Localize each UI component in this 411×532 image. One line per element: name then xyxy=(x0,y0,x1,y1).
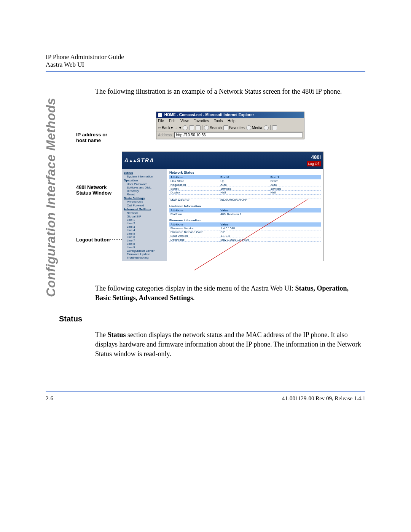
footer-rule xyxy=(46,391,365,392)
home-icon[interactable] xyxy=(196,125,201,130)
cell: Boot Version xyxy=(169,234,219,238)
cell: 10Mbps xyxy=(219,187,269,191)
net-h-p1: Port 1 xyxy=(269,175,321,179)
back-button[interactable]: ⇦ Back ▾ xyxy=(158,126,173,130)
address-field[interactable]: http://10.50.10.56 xyxy=(174,132,303,138)
back-label: Back xyxy=(162,126,170,130)
sidebar-item-softkeys[interactable]: Softkeys and XML xyxy=(123,186,166,189)
doc-revision: 41-001129-00 Rev 09, Release 1.4.1 xyxy=(282,395,365,402)
logoff-button[interactable]: Log Off xyxy=(307,161,321,166)
cell: Half xyxy=(269,191,321,195)
media-icon xyxy=(246,125,251,130)
header-line1: IP Phone Administrator Guide xyxy=(46,53,365,61)
hw-h-attr: Attribute xyxy=(169,208,219,212)
stop-icon[interactable] xyxy=(183,125,188,130)
sidebar-item-reset[interactable]: Reset xyxy=(123,193,166,196)
sidebar-item-line5[interactable]: Line 5 xyxy=(123,232,166,235)
sidebar-item-tshoot[interactable]: Troubleshooting xyxy=(123,256,166,259)
page-number: 2-6 xyxy=(46,395,53,402)
sidebar-item-sysinfo[interactable]: System Information xyxy=(123,175,166,178)
net-h-p0: Port 0 xyxy=(219,175,269,179)
aastra-content: Network Status Attribute Port 0 Port 1 L… xyxy=(167,169,323,261)
sidebar-status-head[interactable]: Status xyxy=(123,171,166,175)
fw-h-attr: Attribute xyxy=(169,222,219,227)
media-button[interactable]: Media xyxy=(246,125,262,130)
status-pre: The xyxy=(95,331,107,339)
sidebar-item-globalsip[interactable]: Global SIP xyxy=(123,215,166,218)
menu-help[interactable]: Help xyxy=(228,119,236,123)
sidebar-basic-head[interactable]: Basic Settings xyxy=(123,196,166,200)
net-table: Attribute Port 0 Port 1 Link StateUpDown… xyxy=(169,175,321,202)
refresh-icon[interactable] xyxy=(189,125,194,130)
outro-suffix: . xyxy=(193,294,195,302)
sidebar-advanced-head[interactable]: Advanced Settings xyxy=(123,207,166,211)
aastra-sidebar: Status System Information Operation User… xyxy=(122,169,167,261)
section-heading-status: Status xyxy=(59,315,365,323)
sidebar-item-line7[interactable]: Line 7 xyxy=(123,239,166,242)
browser-menubar: File Edit View Favorites Tools Help xyxy=(156,118,304,124)
mail-icon[interactable] xyxy=(272,125,277,130)
fw-table: AttributeValue Firmware Version1.4.0.104… xyxy=(169,222,321,242)
sidebar-item-callfwd[interactable]: Call Forward xyxy=(123,204,166,207)
menu-favorites[interactable]: Favorites xyxy=(193,119,209,123)
header-rule xyxy=(46,71,365,72)
sidebar-item-cfgserver[interactable]: Configuration Server xyxy=(123,249,166,252)
toolbar-sep xyxy=(202,125,202,130)
cell: Auto xyxy=(269,183,321,187)
search-label: Search xyxy=(210,126,222,130)
cell: 1.4.0.1048 xyxy=(219,227,269,230)
callout-line-window xyxy=(84,196,126,196)
menu-tools[interactable]: Tools xyxy=(214,119,223,123)
sidebar-item-network[interactable]: Network xyxy=(123,211,166,215)
sidebar-item-directory[interactable]: Directory xyxy=(123,189,166,193)
footer: 2-6 41-001129-00 Rev 09, Release 1.4.1 xyxy=(46,395,365,402)
figure-area: IP address or host name 480i Network Sta… xyxy=(61,112,365,279)
sidebar-item-line3[interactable]: Line 3 xyxy=(123,225,166,228)
cell: Down xyxy=(269,179,321,183)
search-button[interactable]: Search xyxy=(204,125,222,130)
cell: Platform xyxy=(169,212,219,216)
cell: Speed xyxy=(169,187,219,191)
favorites-icon xyxy=(223,125,228,130)
cell: 10Mbps xyxy=(269,187,321,191)
side-title: Configuration Interface Methods xyxy=(44,98,58,297)
cell: Link State xyxy=(169,179,219,183)
sidebar-item-prefs[interactable]: Preferences xyxy=(123,200,166,204)
callout-status-window: 480i Network Status Window xyxy=(76,184,114,196)
menu-view[interactable]: View xyxy=(180,119,189,123)
sidebar-item-line4[interactable]: Line 4 xyxy=(123,228,166,232)
cell: 480i Revision 1 xyxy=(219,212,269,216)
browser-window: HOME - Comcast.net - Microsoft Internet … xyxy=(156,112,304,139)
forward-button[interactable]: → ▾ xyxy=(174,126,181,130)
mac-label: MAC Address: xyxy=(169,198,219,202)
cell: Up xyxy=(219,179,269,183)
content-title: Network Status xyxy=(169,171,321,174)
browser-toolbar: ⇦ Back ▾ → ▾ Search Favorites Media xyxy=(156,124,304,131)
sidebar-item-line9[interactable]: Line 9 xyxy=(123,246,166,249)
favorites-button[interactable]: Favorites xyxy=(223,125,245,130)
status-bold: Status xyxy=(107,331,126,339)
menu-file[interactable]: File xyxy=(158,119,164,123)
sidebar-item-line6[interactable]: Line 6 xyxy=(123,235,166,239)
status-post: section displays the network status and … xyxy=(95,331,361,358)
aastra-panel: ASTRA 480i Log Off Status System Informa… xyxy=(122,152,323,261)
cell: SIP xyxy=(219,230,269,234)
sidebar-item-line2[interactable]: Line 2 xyxy=(123,222,166,225)
fw-h-val: Value xyxy=(219,222,269,227)
sidebar-item-line8[interactable]: Line 8 xyxy=(123,242,166,246)
toolbar-sep2 xyxy=(270,125,271,130)
browser-title: HOME - Comcast.net - Microsoft Internet … xyxy=(164,113,254,117)
cell: 1.1.0.4 xyxy=(219,234,269,238)
history-icon[interactable] xyxy=(264,125,269,130)
browser-titlebar: HOME - Comcast.net - Microsoft Internet … xyxy=(156,112,304,118)
sidebar-operation-head[interactable]: Operation xyxy=(123,178,166,182)
fw-title: Firmware Information xyxy=(169,219,321,222)
sidebar-item-userpw[interactable]: User Password xyxy=(123,182,166,186)
sidebar-item-fwupdate[interactable]: Firmware Update xyxy=(123,252,166,256)
callout-ip-address: IP address or host name xyxy=(76,132,114,143)
menu-edit[interactable]: Edit xyxy=(169,119,175,123)
media-label: Media xyxy=(252,126,262,130)
sidebar-item-line1[interactable]: Line 1 xyxy=(123,218,166,222)
outro-text: The following categories display in the … xyxy=(95,284,365,303)
net-h-attr: Attribute xyxy=(169,175,219,179)
